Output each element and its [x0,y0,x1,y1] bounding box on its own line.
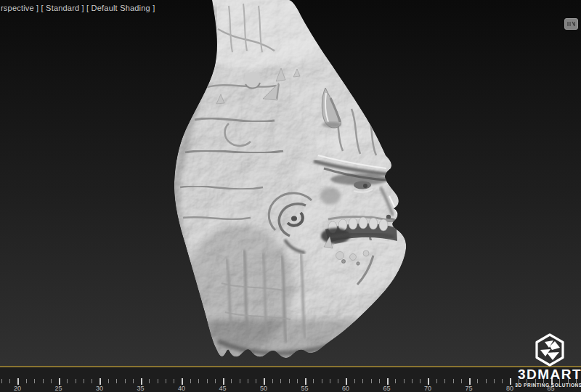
ruler-tick-minor [461,379,462,383]
ruler-tick-minor [371,379,372,383]
ruler-tick-minor [272,379,273,383]
ruler-tick-minor [502,379,503,383]
ruler-tick-minor [92,379,92,383]
ruler-tick-minor [1,379,2,383]
ruler-label: 25 [54,385,62,392]
ruler-tick-minor [149,379,150,383]
track-bar[interactable]: 2025303540455055606570758085 [0,366,581,392]
ruler-tick-minor [395,379,396,383]
ruler-tick-minor [158,379,158,383]
ruler-tick-minor [51,379,52,383]
ruler-tick-minor [330,379,330,383]
ruler-tick-major [99,378,101,385]
ruler-tick-major [428,378,429,385]
ruler-tick-minor [133,379,134,383]
ruler-tick-minor [322,379,322,383]
ruler-tick-major [141,378,142,385]
ruler-label: 30 [96,385,103,392]
ruler-tick-minor [26,379,27,383]
ruler-tick-major [387,378,389,385]
ruler-tick-minor [436,379,437,383]
ruler-tick-minor [338,379,338,383]
ruler-tick-minor [67,379,68,383]
ruler-tick-minor [486,379,487,383]
ruler-tick-minor [477,379,478,383]
ruler-tick-minor [494,379,495,383]
ruler-tick-minor [280,379,281,383]
ruler-tick-minor [231,379,232,383]
ruler-label: 20 [14,385,21,392]
ruler-tick-major [182,378,183,385]
ruler-tick-minor [420,379,420,383]
ruler-tick-minor [453,379,454,383]
ruler-tick-major [469,378,471,385]
ruler-label: 50 [260,385,267,392]
ruler-tick-minor [108,379,109,383]
ruler-tick-major [59,378,60,385]
ruler-label: 75 [465,385,472,392]
viewport-widget-icon[interactable] [564,18,578,30]
ruler-tick-minor [34,379,35,383]
ruler-label: 60 [342,385,349,392]
ruler-tick-minor [84,379,84,383]
grip-glyph-icon [566,20,576,28]
ruler-tick-minor [412,379,413,383]
ruler-tick-minor [289,379,290,383]
ruler-label: 40 [178,385,185,392]
ruler-tick-minor [125,379,126,383]
ruler-tick-minor [248,379,248,383]
ruler-tick-minor [116,379,117,383]
brand-watermark: 3DMART 3D PRINTING SOLUTIONS [517,332,581,388]
ruler-tick-minor [207,379,208,383]
ruler-tick-major [346,378,347,385]
ruler-tick-minor [166,379,166,383]
ruler-tick-major [223,378,224,385]
ruler-tick-minor [76,379,76,383]
ruler-tick-minor [313,379,314,383]
hexagon-gem-icon [533,332,566,367]
ruler-tick-minor [444,379,445,383]
logo-title: 3DMART [517,368,581,381]
ruler-tick-minor [256,379,256,383]
ruler-label: 70 [424,385,431,392]
ruler-tick-minor [404,379,405,383]
ruler-label: 80 [506,385,513,392]
viewport-canvas[interactable] [0,0,581,392]
ruler-tick-major [17,378,19,385]
ruler-label: 65 [383,385,390,392]
ruler-tick-minor [198,379,199,383]
ruler-tick-minor [240,379,240,383]
ruler-tick-minor [174,379,174,383]
ruler-tick-major [305,378,306,385]
ruler-tick-minor [362,379,363,383]
demon-head-model[interactable] [0,0,581,392]
ruler-tick-major [264,378,265,385]
ruler-label: 55 [301,385,308,392]
ruler-label: 45 [219,385,226,392]
ruler-label: 35 [137,385,144,392]
ruler-tick-minor [379,379,380,383]
ruler-tick-minor [354,379,355,383]
ruler-tick-minor [43,379,44,383]
logo-subtitle: 3D PRINTING SOLUTIONS [515,383,581,388]
ruler-tick-major [510,378,511,385]
viewport-label[interactable]: rspective ] [ Standard ] [ Default Shadi… [1,4,155,12]
ruler-tick-minor [297,379,298,383]
ruler-tick-minor [190,379,191,383]
ruler-tick-minor [215,379,216,383]
ruler-tick-minor [9,379,10,383]
